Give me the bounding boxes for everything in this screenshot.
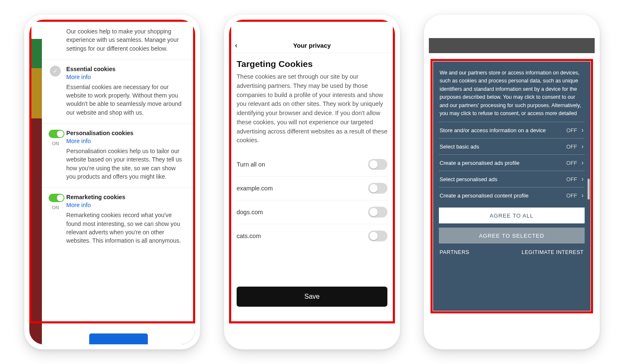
phone-screen-1: Our cookies help to make your shopping e… bbox=[29, 20, 195, 344]
purpose-label: Create a personalised ads profile bbox=[440, 160, 520, 166]
more-info-link[interactable]: More info bbox=[66, 74, 90, 80]
toggle-personalisation[interactable] bbox=[49, 130, 64, 138]
cookie-section-personalisation: ON Personalisation cookies More info Per… bbox=[42, 123, 195, 187]
purpose-row[interactable]: Store and/or access information on a dev… bbox=[439, 122, 585, 138]
purpose-label: Select personalised ads bbox=[440, 176, 498, 182]
back-chevron-icon[interactable]: ‹ bbox=[235, 41, 237, 50]
phone-screen-2: ‹ Your privacy Targeting Cookies These c… bbox=[229, 20, 395, 344]
more-info-link[interactable]: More info bbox=[66, 202, 90, 208]
purpose-state: OFF bbox=[566, 127, 577, 133]
privacy-header: ‹ Your privacy bbox=[229, 38, 395, 53]
chevron-right-icon: › bbox=[581, 192, 583, 199]
phone-mockup-3: We and our partners store or access info… bbox=[424, 15, 600, 349]
partners-link[interactable]: PARTNERS bbox=[440, 249, 469, 255]
scrollbar[interactable] bbox=[588, 179, 590, 200]
turn-all-on-row: Turn all on bbox=[237, 153, 387, 177]
section-title: Personalisation cookies bbox=[66, 130, 186, 136]
phone-screen-3: We and our partners store or access info… bbox=[429, 20, 595, 344]
purpose-row[interactable]: Select personalised ads OFF› bbox=[439, 171, 585, 187]
section-title: Essential cookies bbox=[66, 66, 186, 72]
dialog-intro-text: Our cookies help to make your shopping e… bbox=[42, 27, 195, 59]
chevron-right-icon: › bbox=[581, 126, 583, 134]
header-title: Your privacy bbox=[293, 42, 331, 49]
section-description: Remarketing cookies record what you've f… bbox=[66, 211, 186, 245]
purpose-label: Select basic ads bbox=[440, 144, 480, 150]
partner-label: example.com bbox=[237, 185, 273, 192]
toggle-partner[interactable] bbox=[368, 183, 387, 194]
purpose-row[interactable]: Create a personalised content profile OF… bbox=[439, 187, 585, 203]
partner-label: dogs.com bbox=[237, 209, 263, 215]
partner-label: cats.com bbox=[237, 233, 261, 239]
dark-top-bar bbox=[429, 38, 595, 53]
toggle-turn-all-on[interactable] bbox=[368, 159, 387, 170]
phone-mockup-1: Our cookies help to make your shopping e… bbox=[24, 15, 200, 349]
phone-mockup-2: ‹ Your privacy Targeting Cookies These c… bbox=[224, 15, 400, 349]
cookie-section-essential: ✓ Essential cookies More info Essential … bbox=[42, 59, 195, 123]
partner-row: cats.com bbox=[237, 224, 387, 248]
toggle-state-label: ON bbox=[49, 141, 62, 146]
save-button[interactable]: Save bbox=[237, 287, 387, 307]
section-description: Essential cookies are necessary for our … bbox=[66, 83, 186, 117]
purpose-state: OFF bbox=[566, 192, 577, 199]
check-icon: ✓ bbox=[50, 66, 61, 77]
chevron-right-icon: › bbox=[581, 159, 583, 167]
toggle-remarketing[interactable] bbox=[49, 194, 64, 202]
page-heading: Targeting Cookies bbox=[237, 59, 387, 69]
partner-row: dogs.com bbox=[237, 200, 387, 224]
toggle-partner[interactable] bbox=[368, 207, 387, 218]
purpose-label: Store and/or access information on a dev… bbox=[440, 127, 546, 133]
legitimate-interest-link[interactable]: LEGITIMATE INTEREST bbox=[521, 249, 583, 255]
consent-sheet: We and our partners store or access info… bbox=[433, 62, 590, 311]
purpose-state: OFF bbox=[566, 176, 577, 182]
toggle-partner[interactable] bbox=[368, 231, 387, 241]
more-info-link[interactable]: More info bbox=[66, 138, 90, 144]
page-paragraph: These cookies are set through our site b… bbox=[237, 72, 387, 145]
section-title: Remarketing cookies bbox=[66, 194, 186, 200]
turn-all-on-label: Turn all on bbox=[237, 161, 265, 168]
purpose-row[interactable]: Select basic ads OFF› bbox=[439, 138, 585, 154]
save-settings-button[interactable] bbox=[89, 333, 148, 344]
agree-to-all-button[interactable]: AGREE TO ALL bbox=[439, 208, 585, 223]
partner-row: example.com bbox=[237, 177, 387, 200]
purpose-state: OFF bbox=[566, 144, 577, 150]
section-description: Personalisation cookies help us to tailo… bbox=[66, 147, 186, 181]
chevron-right-icon: › bbox=[581, 175, 583, 183]
purpose-row[interactable]: Create a personalised ads profile OFF› bbox=[439, 154, 585, 171]
agree-to-selected-button[interactable]: AGREE TO SELECTED bbox=[439, 228, 585, 244]
purpose-state: OFF bbox=[566, 160, 577, 166]
purpose-label: Create a personalised content profile bbox=[440, 192, 529, 199]
cookie-section-remarketing: ON Remarketing cookies More info Remarke… bbox=[42, 187, 195, 251]
consent-intro-text: We and our partners store or access info… bbox=[439, 69, 585, 118]
cookie-settings-dialog: Our cookies help to make your shopping e… bbox=[42, 20, 195, 344]
chevron-right-icon: › bbox=[581, 143, 583, 150]
toggle-state-label: ON bbox=[49, 205, 62, 210]
